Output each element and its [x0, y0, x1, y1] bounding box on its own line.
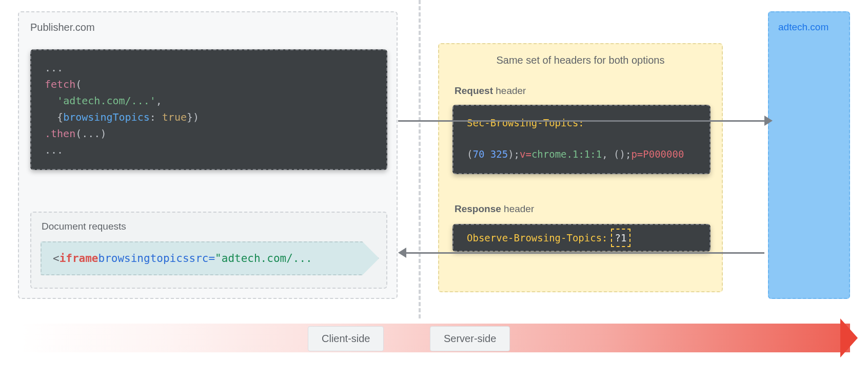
req-comma: , [602, 148, 614, 160]
server-side-label: Server-side [430, 326, 510, 351]
document-requests-panel: Document requests <iframe browsingtopics… [30, 212, 387, 289]
iframe-attr: browsingtopics [98, 252, 189, 265]
gradient-arrow-head-icon [840, 318, 858, 357]
headers-panel: Same set of headers for both options Req… [438, 43, 723, 292]
req-topic-2: 325 [490, 148, 508, 160]
response-header-label: Response header [455, 203, 534, 215]
req-space [484, 148, 490, 160]
req-paren2: (); [614, 148, 631, 160]
request-label-strong: Request [455, 85, 493, 96]
response-header-code: Observe-Browsing-Topics: ?1 [452, 224, 711, 252]
response-arrow-head-icon [398, 248, 406, 258]
response-label-rest: header [501, 203, 534, 214]
code-url: 'adtech.com/...' [57, 95, 156, 107]
iframe-src-val: "adtech.com/... [215, 252, 312, 265]
req-v-key: v= [520, 148, 531, 160]
code-dots: ... [45, 144, 63, 156]
adtech-panel: adtech.com [768, 11, 850, 299]
iframe-snippet: <iframe browsingtopics src="adtech.com/.… [41, 241, 379, 275]
code-brace-open: { [57, 111, 63, 123]
request-arrow [398, 120, 767, 122]
req-paren: ( [467, 148, 472, 160]
client-server-divider [419, 0, 421, 318]
adtech-title: adtech.com [778, 22, 828, 33]
response-label-strong: Response [455, 203, 501, 214]
code-comma: , [156, 95, 162, 107]
fetch-code-block: ... fetch( 'adtech.com/...', {browsingTo… [30, 49, 387, 170]
code-opt-key: browsingTopics [63, 111, 150, 123]
publisher-title: Publisher.com [30, 22, 95, 33]
iframe-src-key: src= [189, 252, 215, 265]
req-v-val: chrome.1:1:1 [531, 148, 602, 160]
code-fn-fetch: fetch [45, 78, 75, 90]
req-close: ); [508, 148, 520, 160]
req-topic-1: 70 [472, 148, 484, 160]
code-brace-close: }) [187, 111, 199, 123]
code-then-args: (...) [75, 127, 106, 140]
req-p-val: P000000 [643, 148, 684, 160]
headers-panel-title: Same set of headers for both options [439, 54, 722, 66]
request-header-label: Request header [455, 85, 526, 97]
res-header-value: ?1 [611, 229, 631, 247]
code-dots: ... [45, 62, 63, 74]
code-opt-val: true [162, 111, 187, 123]
response-arrow [405, 252, 764, 254]
request-header-code: Sec-Browsing-Topics: (70 325);v=chrome.1… [452, 105, 711, 174]
publisher-panel: Publisher.com ... fetch( 'adtech.com/...… [18, 11, 398, 299]
iframe-tag: iframe [60, 252, 98, 265]
req-p-key: p= [631, 148, 643, 160]
iframe-lt: < [53, 252, 60, 265]
document-requests-title: Document requests [42, 221, 126, 232]
request-label-rest: header [493, 85, 526, 96]
code-colon: : [150, 111, 162, 123]
code-paren: ( [75, 78, 82, 90]
request-arrow-head-icon [764, 116, 773, 126]
res-header-name: Observe-Browsing-Topics: [467, 230, 608, 246]
client-side-label: Client-side [308, 326, 384, 351]
code-then: .then [45, 127, 75, 140]
req-header-name: Sec-Browsing-Topics: [467, 117, 584, 128]
